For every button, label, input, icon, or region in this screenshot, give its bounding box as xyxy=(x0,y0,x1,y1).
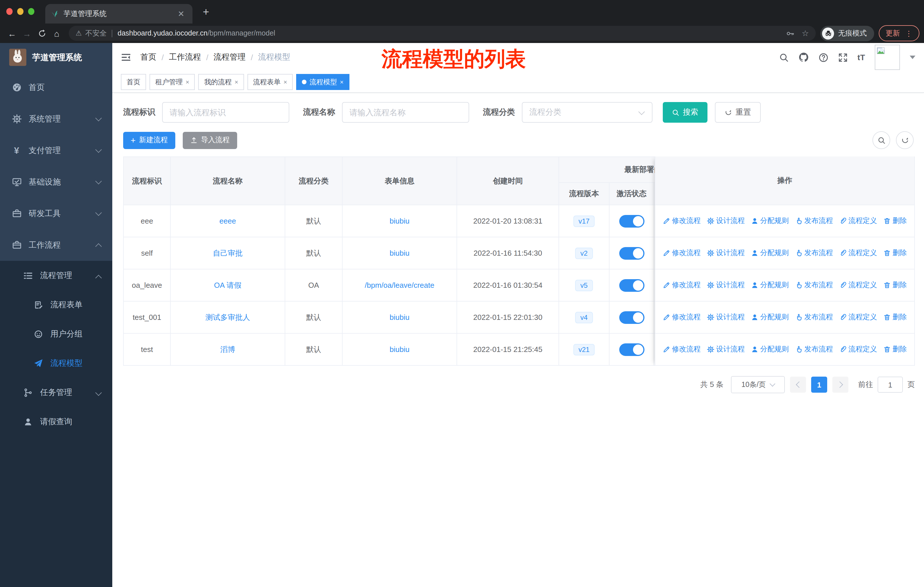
active-toggle[interactable] xyxy=(619,279,644,291)
edit-process-link[interactable]: 修改流程 xyxy=(663,313,701,322)
tab-close-icon[interactable]: ✕ xyxy=(176,9,187,18)
prev-page-button[interactable] xyxy=(790,377,806,393)
design-process-link[interactable]: 设计流程 xyxy=(707,280,745,290)
goto-page-input[interactable] xyxy=(878,377,903,393)
sidebar-item-process-model[interactable]: 流程模型 xyxy=(0,349,112,378)
password-key-icon[interactable] xyxy=(786,29,795,38)
form-info-link[interactable]: biubiu xyxy=(389,313,409,322)
browser-menu-icon[interactable]: ⋮ xyxy=(905,29,912,38)
tag-process-form[interactable]: 流程表单× xyxy=(248,74,293,90)
tag-home[interactable]: 首页 xyxy=(121,74,146,90)
process-name-link[interactable]: eeee xyxy=(219,217,236,225)
process-name-input[interactable] xyxy=(342,102,469,123)
sidebar-item-workflow[interactable]: 工作流程 xyxy=(0,229,112,261)
process-definition-link[interactable]: 流程定义 xyxy=(839,280,877,290)
avatar[interactable] xyxy=(875,45,900,70)
delete-link[interactable]: 删除 xyxy=(883,280,907,290)
edit-process-link[interactable]: 修改流程 xyxy=(663,344,701,354)
search-icon[interactable] xyxy=(779,53,789,62)
edit-process-link[interactable]: 修改流程 xyxy=(663,248,701,258)
sidebar-item-process-management[interactable]: 流程管理 xyxy=(0,261,112,290)
delete-link[interactable]: 删除 xyxy=(883,248,907,258)
tag-close-icon[interactable]: × xyxy=(234,79,238,85)
assign-rule-link[interactable]: 分配规则 xyxy=(751,280,789,290)
reload-icon[interactable] xyxy=(35,28,49,38)
sidebar-item-infrastructure[interactable]: 基础设施 xyxy=(0,166,112,198)
assign-rule-link[interactable]: 分配规则 xyxy=(751,313,789,322)
assign-rule-link[interactable]: 分配规则 xyxy=(751,216,789,226)
sidebar-item-system[interactable]: 系统管理 xyxy=(0,103,112,135)
active-toggle[interactable] xyxy=(619,343,644,356)
help-icon[interactable] xyxy=(818,53,828,62)
delete-link[interactable]: 删除 xyxy=(883,216,907,226)
assign-rule-link[interactable]: 分配规则 xyxy=(751,248,789,258)
publish-process-link[interactable]: 发布流程 xyxy=(795,344,833,354)
avatar-caret-down-icon[interactable] xyxy=(910,56,916,59)
window-zoom-button[interactable] xyxy=(28,8,35,15)
tag-my-process[interactable]: 我的流程× xyxy=(198,74,244,90)
publish-process-link[interactable]: 发布流程 xyxy=(795,280,833,290)
process-name-link[interactable]: OA 请假 xyxy=(214,281,241,289)
process-category-select[interactable]: 流程分类 xyxy=(522,102,652,123)
new-tab-button[interactable]: + xyxy=(203,0,209,23)
process-id-input[interactable] xyxy=(162,102,289,123)
delete-link[interactable]: 删除 xyxy=(883,344,907,354)
app-logo-row[interactable]: 芋道管理系统 xyxy=(0,43,112,72)
forward-icon[interactable]: → xyxy=(20,28,35,38)
process-name-link[interactable]: 滔博 xyxy=(220,345,235,354)
process-definition-link[interactable]: 流程定义 xyxy=(839,313,877,322)
breadcrumb-workflow[interactable]: 工作流程 xyxy=(169,52,201,63)
design-process-link[interactable]: 设计流程 xyxy=(707,344,745,354)
text-size-icon[interactable]: tT xyxy=(858,53,865,62)
design-process-link[interactable]: 设计流程 xyxy=(707,216,745,226)
create-process-button[interactable]: +新建流程 xyxy=(123,132,175,149)
toggle-search-icon[interactable] xyxy=(873,131,890,149)
publish-process-link[interactable]: 发布流程 xyxy=(795,313,833,322)
form-info-link[interactable]: /bpm/oa/leave/create xyxy=(365,281,434,289)
tag-tenant[interactable]: 租户管理× xyxy=(150,74,195,90)
delete-link[interactable]: 删除 xyxy=(883,313,907,322)
tag-close-icon[interactable]: × xyxy=(186,79,189,85)
back-icon[interactable]: ← xyxy=(5,28,20,38)
form-info-link[interactable]: biubiu xyxy=(389,217,409,225)
publish-process-link[interactable]: 发布流程 xyxy=(795,216,833,226)
refresh-table-icon[interactable] xyxy=(896,131,914,149)
process-name-link[interactable]: 自己审批 xyxy=(213,248,243,257)
sidebar-item-dev-tools[interactable]: 研发工具 xyxy=(0,198,112,229)
browser-tab[interactable]: 芋道管理系统 ✕ xyxy=(45,4,193,23)
address-bar[interactable]: ⚠ 不安全 dashboard.yudao.iocoder.cn/bpm/man… xyxy=(69,26,816,41)
design-process-link[interactable]: 设计流程 xyxy=(707,313,745,322)
process-name-link[interactable]: 测试多审批人 xyxy=(205,313,250,321)
reset-button[interactable]: 重置 xyxy=(715,102,761,123)
active-toggle[interactable] xyxy=(619,311,644,324)
process-definition-link[interactable]: 流程定义 xyxy=(839,344,877,354)
tag-close-icon[interactable]: × xyxy=(340,79,344,85)
active-toggle[interactable] xyxy=(619,215,644,227)
assign-rule-link[interactable]: 分配规则 xyxy=(751,344,789,354)
sidebar-item-home[interactable]: 首页 xyxy=(0,72,112,103)
breadcrumb-process-management[interactable]: 流程管理 xyxy=(214,52,246,63)
bookmark-star-icon[interactable]: ☆ xyxy=(802,29,809,38)
tag-process-model[interactable]: 流程模型× xyxy=(297,74,350,90)
current-page[interactable]: 1 xyxy=(811,377,827,393)
browser-update-button[interactable]: 更新 ⋮ xyxy=(879,25,919,41)
page-size-select[interactable]: 10条/页 xyxy=(731,376,785,393)
publish-process-link[interactable]: 发布流程 xyxy=(795,248,833,258)
sidebar-item-process-form[interactable]: 流程表单 xyxy=(0,290,112,319)
form-info-link[interactable]: biubiu xyxy=(389,345,409,354)
sidebar-item-leave-query[interactable]: 请假查询 xyxy=(0,407,112,436)
fullscreen-icon[interactable] xyxy=(838,53,848,62)
home-icon[interactable]: ⌂ xyxy=(49,28,64,38)
search-button[interactable]: 搜索 xyxy=(663,102,708,123)
form-info-link[interactable]: biubiu xyxy=(389,249,409,257)
process-definition-link[interactable]: 流程定义 xyxy=(839,248,877,258)
sidebar-collapse-icon[interactable] xyxy=(121,52,131,63)
active-toggle[interactable] xyxy=(619,247,644,260)
edit-process-link[interactable]: 修改流程 xyxy=(663,280,701,290)
window-minimize-button[interactable] xyxy=(17,8,23,15)
tag-close-icon[interactable]: × xyxy=(284,79,287,85)
window-close-button[interactable] xyxy=(6,8,13,15)
breadcrumb-home[interactable]: 首页 xyxy=(140,52,157,63)
design-process-link[interactable]: 设计流程 xyxy=(707,248,745,258)
github-icon[interactable] xyxy=(799,52,809,63)
